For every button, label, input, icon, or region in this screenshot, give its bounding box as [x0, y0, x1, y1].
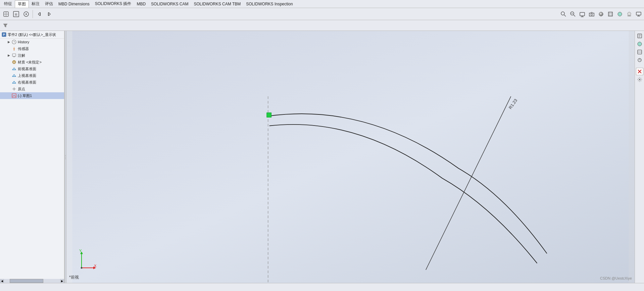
next-btn[interactable]: [45, 9, 54, 19]
tree-item-annotation[interactable]: ▶ 注解: [0, 52, 64, 59]
svg-rect-43: [267, 113, 271, 117]
svg-rect-14: [580, 12, 585, 16]
sep1: [33, 10, 33, 18]
view-label: *前视: [69, 275, 79, 280]
scroll-left-arrow[interactable]: ◀: [0, 279, 4, 283]
menu-item-mbd[interactable]: MBD: [134, 1, 148, 7]
monitor-icon-btn[interactable]: [635, 10, 643, 18]
svg-point-28: [14, 50, 15, 51]
right-panel: [635, 31, 644, 283]
svg-point-50: [81, 267, 83, 269]
display-icon-btn[interactable]: [578, 10, 586, 18]
material-label: 材质 <未指定>: [18, 60, 63, 65]
smart-dim-btn[interactable]: ⊞: [11, 9, 21, 19]
right-panel-close-btn[interactable]: [636, 68, 643, 75]
menu-item-sw-cam[interactable]: SOLIDWORKS CAM: [148, 1, 191, 7]
toolbar-right-tools: [559, 10, 643, 18]
status-bar: [0, 283, 644, 291]
menu-item-features[interactable]: 特征: [1, 0, 15, 7]
svg-point-17: [591, 14, 593, 15]
origin-label: 原点: [18, 87, 63, 92]
search-icon-btn[interactable]: [559, 10, 567, 18]
search2-icon-btn[interactable]: [569, 10, 577, 18]
annotation-icon: [11, 53, 17, 58]
prev-btn[interactable]: [35, 9, 44, 19]
expand-history[interactable]: ▶: [7, 40, 11, 44]
svg-text:⊞: ⊞: [15, 13, 17, 16]
top-plane-label: 上视基准面: [18, 73, 63, 78]
scene-icon-btn[interactable]: [625, 10, 633, 18]
svg-line-12: [574, 15, 575, 16]
history-icon: [11, 39, 17, 45]
tree-item-history[interactable]: ▶ History: [0, 39, 64, 45]
right-plane-icon: [11, 80, 17, 85]
scrollbar-thumb[interactable]: [10, 279, 43, 283]
svg-line-10: [564, 15, 566, 16]
right-panel-settings-btn[interactable]: [636, 76, 643, 83]
material-icon: M: [11, 59, 17, 65]
filter-icon[interactable]: [1, 21, 9, 30]
tree-root-item[interactable]: P 零件2 (默认) <<默认>_显示状: [0, 31, 64, 39]
svg-point-38: [65, 158, 66, 159]
svg-text:Y: Y: [79, 249, 82, 253]
right-panel-btn-1[interactable]: [636, 32, 643, 40]
annotation-label: 注解: [18, 53, 63, 58]
top-plane-icon: [11, 73, 17, 78]
sensor-label: 传感器: [18, 46, 63, 51]
main-container: P 零件2 (默认) <<默认>_显示状 ▶ History ▶ 传感器: [0, 31, 644, 283]
tree-item-top-plane[interactable]: ▶ 上视基准面: [0, 72, 64, 79]
watermark: CSDN @UestcXiye: [600, 276, 632, 280]
toolbar-row2: [0, 20, 644, 31]
front-plane-icon: [11, 66, 17, 71]
svg-rect-8: [48, 12, 49, 16]
toolbar-row1: ⊞: [0, 8, 644, 20]
scroll-right-arrow[interactable]: ▶: [60, 279, 64, 283]
tree-item-sketch1[interactable]: ▶ (-) 草图1: [0, 92, 64, 99]
svg-point-18: [599, 12, 603, 16]
svg-point-37: [65, 157, 66, 157]
right-plane-label: 右视基准面: [18, 80, 63, 85]
wire-icon-btn[interactable]: [606, 10, 614, 18]
svg-text:X: X: [94, 264, 97, 268]
right-panel-btn-4[interactable]: [636, 56, 643, 64]
svg-point-21: [628, 12, 631, 15]
svg-point-34: [14, 89, 15, 90]
sensor-icon: [11, 46, 17, 51]
menu-item-sw-cam-tbm[interactable]: SOLIDWORKS CAM TBM: [191, 1, 243, 7]
coord-indicator: Y X: [73, 249, 93, 270]
tree-item-front-plane[interactable]: ▶ 前视基准面: [0, 65, 64, 72]
menu-item-sketch[interactable]: 草图: [15, 0, 29, 8]
canvas-area[interactable]: R1.23 Y X *前视 CSDN @UestcXiye: [66, 31, 635, 283]
right-panel-btn-3[interactable]: [636, 48, 643, 56]
appearance-icon-btn[interactable]: [616, 10, 624, 18]
left-panel-scrollbar[interactable]: ◀ ▶: [0, 279, 64, 283]
menu-item-sw-inspection[interactable]: SOLIDWORKS Inspection: [243, 1, 295, 7]
relations-btn[interactable]: [21, 9, 31, 19]
menu-item-sw-plugin[interactable]: SOLIDWORKS 插件: [92, 0, 134, 7]
svg-point-36: [65, 155, 66, 156]
expand-annotation[interactable]: ▶: [7, 53, 11, 57]
svg-point-55: [638, 42, 642, 46]
tree-item-origin[interactable]: ▶ 原点: [0, 86, 64, 92]
menu-item-evaluate[interactable]: 评估: [42, 0, 56, 7]
shading-icon-btn[interactable]: [597, 10, 605, 18]
tree-item-right-plane[interactable]: ▶ 右视基准面: [0, 79, 64, 86]
sketch-tool-btn[interactable]: [1, 9, 11, 19]
sketch1-icon: [11, 93, 17, 98]
svg-rect-39: [72, 31, 629, 283]
menu-item-markup[interactable]: 标注: [29, 0, 42, 7]
tree-item-sensor[interactable]: ▶ 传感器: [0, 45, 64, 52]
menu-item-mbd-dim[interactable]: MBD Dimensions: [56, 1, 92, 7]
svg-rect-29: [12, 54, 16, 56]
svg-point-19: [618, 12, 622, 16]
sketch-svg: R1.23: [66, 31, 635, 283]
svg-text:M: M: [13, 61, 15, 63]
svg-point-61: [639, 79, 640, 81]
camera-icon-btn[interactable]: [588, 10, 596, 18]
scrollbar-track[interactable]: [4, 279, 60, 283]
sketch1-label: (-) 草图1: [18, 93, 63, 98]
history-label: History: [18, 40, 63, 44]
tree-item-material[interactable]: ▶ M 材质 <未指定>: [0, 59, 64, 65]
right-panel-btn-2[interactable]: [636, 40, 643, 48]
front-plane-label: 前视基准面: [18, 66, 63, 71]
